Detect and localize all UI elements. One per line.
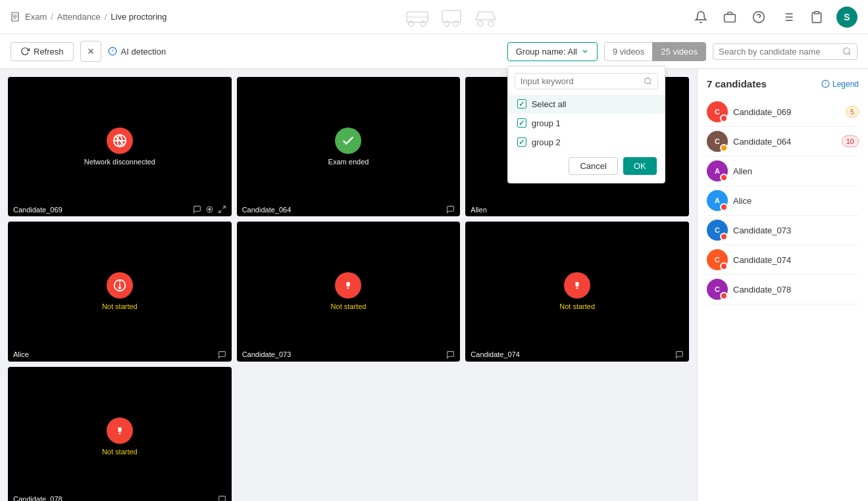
ai-detection-label: AI detection [108,47,166,57]
video-card-candidate-078[interactable]: Not started Candidate_078 [8,367,232,501]
svg-point-10 [478,21,483,26]
candidate-item-candidate074[interactable]: C Candidate_074 [707,245,859,275]
search-box[interactable] [713,43,857,60]
list-icon[interactable] [779,8,797,26]
svg-rect-40 [119,287,121,289]
candidate-avatar: C [707,101,728,122]
dropdown-item-group2[interactable]: ✓ group 2 [508,133,665,152]
record-icon[interactable] [205,205,214,214]
twenty-five-videos-button[interactable]: 25 videos [652,42,706,61]
candidate-avatar: A [707,190,728,211]
nine-videos-button[interactable]: 9 videos [604,42,652,61]
toolbar: Refresh AI detection Group name: All [0,34,868,69]
clipboard-icon[interactable] [807,8,826,26]
candidate-name-alice: Alice [13,350,29,358]
network-icon [107,128,133,154]
search-icon [842,47,852,56]
expand-icon[interactable] [218,205,226,214]
status-indicator [720,144,728,152]
info-icon [821,80,830,88]
candidate-avatar: A [707,160,728,181]
status-indicator [720,233,728,241]
main-area: Network disconnected Candidate_069 [0,69,868,501]
video-footer-073: Candidate_073 [237,348,461,362]
svg-rect-12 [725,14,736,22]
svg-rect-42 [347,282,350,287]
video-footer-allen: Allen [465,203,689,216]
video-footer-064: Candidate_064 [237,203,461,216]
search-input[interactable] [719,47,838,57]
group-selector-button[interactable]: Group name: All [507,42,598,61]
checkbox-group1: ✓ [517,118,526,128]
sidebar-header: 7 candidates Legend [707,78,859,89]
svg-line-37 [218,210,221,213]
briefcase-icon[interactable] [721,8,739,26]
footer-icons-073 [446,350,455,359]
file-icon [11,12,21,22]
status-indicator [720,174,728,181]
video-card-candidate-064[interactable]: Exam ended Candidate_064 [237,77,461,216]
question-icon[interactable] [750,8,768,26]
dropdown-search-input[interactable] [521,76,640,86]
dropdown-item-select-all[interactable]: ✓ Select all [508,95,665,114]
close-button[interactable] [80,41,101,62]
candidate-avatar: C [707,131,728,152]
breadcrumb-attendance[interactable]: Attendance [57,12,101,22]
refresh-icon [20,47,30,56]
chat-icon[interactable] [446,350,455,359]
info-icon [108,47,117,56]
user-avatar[interactable]: S [836,7,857,28]
footer-icons-064 [446,205,455,214]
bell-icon[interactable] [692,8,710,26]
chat-icon[interactable] [193,205,201,214]
status-text-078: Not started [102,448,138,456]
candidate-item-allen[interactable]: A Allen [707,156,859,186]
not-started-icon-alice [107,272,133,298]
candidate-name-069: Candidate_069 [13,206,63,214]
status-text-074: Not started [559,302,595,310]
candidate-name-allen: Allen [471,206,486,214]
chat-icon[interactable] [675,350,684,359]
header-icons: S [692,7,857,28]
chat-icon[interactable] [218,495,226,501]
candidate-item-candidate064[interactable]: C Candidate_064 10 [707,127,859,156]
candidate-name-text: Candidate_073 [733,226,859,235]
search-icon [644,77,652,85]
candidate-badge: 10 [842,135,859,147]
breadcrumb-sep-2: / [105,12,107,22]
svg-rect-7 [442,11,461,22]
chevron-down-icon [581,47,589,55]
breadcrumb-exam[interactable]: Exam [25,12,47,22]
candidate-list: C Candidate_069 5 C Candidate_064 10 A A… [707,97,859,304]
video-footer-074: Candidate_074 [465,348,689,362]
status-text-069: Network disconnected [84,158,155,166]
chat-icon[interactable] [218,350,226,359]
candidate-item-alice[interactable]: A Alice [707,186,859,216]
dropdown-actions: Cancel OK [508,152,665,176]
video-card-candidate-073[interactable]: Not started Candidate_073 [237,222,461,361]
candidate-item-candidate069[interactable]: C Candidate_069 5 [707,97,859,127]
footer-icons-078 [218,495,226,501]
dropdown-cancel-button[interactable]: Cancel [569,157,617,175]
svg-point-35 [209,208,211,210]
dropdown-search[interactable] [515,73,658,89]
legend-button[interactable]: Legend [821,80,859,89]
dropdown-item-group1[interactable]: ✓ group 1 [508,114,665,133]
refresh-button[interactable]: Refresh [11,42,74,61]
video-card-alice[interactable]: Not started Alice [8,222,232,361]
chat-icon[interactable] [446,205,455,214]
candidate-avatar: C [707,220,728,241]
checkbox-group2: ✓ [517,137,526,147]
video-card-candidate-074[interactable]: Not started Candidate_074 [465,222,689,361]
video-card-candidate-069[interactable]: Network disconnected Candidate_069 [8,77,232,216]
candidate-name-073: Candidate_073 [242,350,292,358]
candidate-item-candidate078[interactable]: C Candidate_078 [707,275,859,304]
checkbox-select-all: ✓ [517,99,526,108]
dropdown-ok-button[interactable]: OK [623,157,657,175]
breadcrumb-live-proctoring: Live proctoring [111,12,166,22]
video-footer-078: Candidate_078 [8,492,232,501]
video-footer-069: Candidate_069 [8,203,232,216]
status-indicator [720,262,728,270]
candidate-item-candidate073[interactable]: C Candidate_073 [707,216,859,245]
exam-ended-icon [335,128,361,154]
